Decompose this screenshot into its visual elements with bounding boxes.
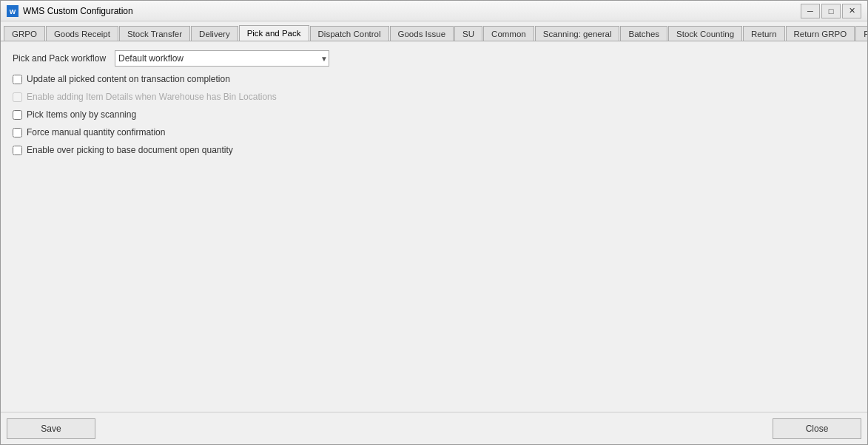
checkbox-label-pick-items-scanning: Pick Items only by scanning: [27, 109, 136, 120]
tab-stock-transfer[interactable]: Stock Transfer: [119, 26, 190, 41]
checkbox-force-manual[interactable]: [13, 128, 22, 137]
checkboxes-container: Update all picked content on transaction…: [13, 72, 855, 157]
tab-delivery[interactable]: Delivery: [191, 26, 238, 41]
checkbox-enable-over-picking[interactable]: [13, 146, 22, 155]
checkbox-update-picked[interactable]: [13, 75, 22, 84]
workflow-dropdown[interactable]: Default workflowWorkflow 1Workflow 2: [115, 50, 329, 67]
checkbox-row-pick-items-scanning: Pick Items only by scanning: [13, 108, 855, 121]
tab-production[interactable]: Production: [855, 26, 867, 41]
checkbox-pick-items-scanning[interactable]: [13, 110, 22, 120]
checkbox-enable-adding: [13, 92, 22, 102]
main-window: W WMS Custom Configuration ─ □ ✕ GRPOGoo…: [0, 0, 868, 445]
workflow-dropdown-wrapper: Default workflowWorkflow 1Workflow 2 ▼: [115, 50, 329, 67]
checkbox-label-update-picked: Update all picked content on transaction…: [27, 74, 230, 84]
footer: Save Close: [1, 412, 867, 444]
tab-bar: GRPOGoods ReceiptStock TransferDeliveryP…: [1, 21, 867, 41]
checkbox-label-enable-over-picking: Enable over picking to base document ope…: [27, 145, 233, 155]
workflow-label: Pick and Pack workflow: [13, 53, 109, 64]
checkbox-row-update-picked: Update all picked content on transaction…: [13, 72, 855, 86]
tab-common[interactable]: Common: [483, 26, 534, 41]
tab-pick-and-pack[interactable]: Pick and Pack: [239, 25, 309, 41]
maximize-button[interactable]: □: [821, 4, 841, 18]
checkbox-row-enable-adding: Enable adding Item Details when Warehous…: [13, 90, 855, 103]
close-button[interactable]: Close: [773, 418, 861, 439]
window-title: WMS Custom Configuration: [23, 6, 801, 16]
tab-grpo[interactable]: GRPO: [4, 26, 45, 41]
checkbox-label-force-manual: Force manual quantity confirmation: [27, 127, 165, 137]
checkbox-row-force-manual: Force manual quantity confirmation: [13, 126, 855, 139]
svg-text:W: W: [10, 8, 16, 16]
content-area: Pick and Pack workflow Default workflowW…: [1, 41, 867, 412]
window-controls: ─ □ ✕: [801, 4, 861, 18]
tab-goods-issue[interactable]: Goods Issue: [390, 26, 454, 41]
tab-scanning-general[interactable]: Scanning: general: [535, 26, 620, 41]
window-close-button[interactable]: ✕: [842, 4, 861, 18]
tab-dispatch-control[interactable]: Dispatch Control: [310, 26, 389, 41]
checkbox-row-enable-over-picking: Enable over picking to base document ope…: [13, 143, 855, 157]
checkbox-label-enable-adding: Enable adding Item Details when Warehous…: [27, 92, 277, 102]
tab-return[interactable]: Return: [743, 26, 785, 41]
tab-su[interactable]: SU: [454, 26, 482, 41]
app-icon: W: [7, 5, 18, 17]
minimize-button[interactable]: ─: [801, 4, 820, 18]
tab-goods-receipt[interactable]: Goods Receipt: [46, 26, 118, 41]
tab-batches[interactable]: Batches: [620, 26, 667, 41]
workflow-row: Pick and Pack workflow Default workflowW…: [13, 50, 855, 67]
title-bar: W WMS Custom Configuration ─ □ ✕: [1, 1, 867, 21]
tab-return-grpo[interactable]: Return GRPO: [786, 26, 855, 41]
save-button[interactable]: Save: [7, 418, 95, 439]
tab-stock-counting[interactable]: Stock Counting: [668, 26, 742, 41]
